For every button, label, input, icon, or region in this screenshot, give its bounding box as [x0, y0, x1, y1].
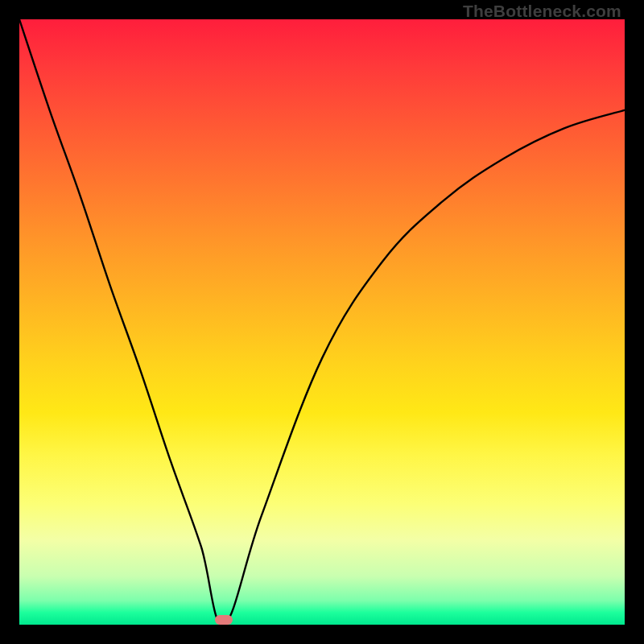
watermark-text: TheBottleneck.com: [463, 2, 621, 21]
bottleneck-curve: [19, 19, 625, 625]
plot-area: [19, 19, 625, 625]
optimal-marker: [215, 615, 233, 625]
chart-frame: TheBottleneck.com: [0, 0, 644, 644]
